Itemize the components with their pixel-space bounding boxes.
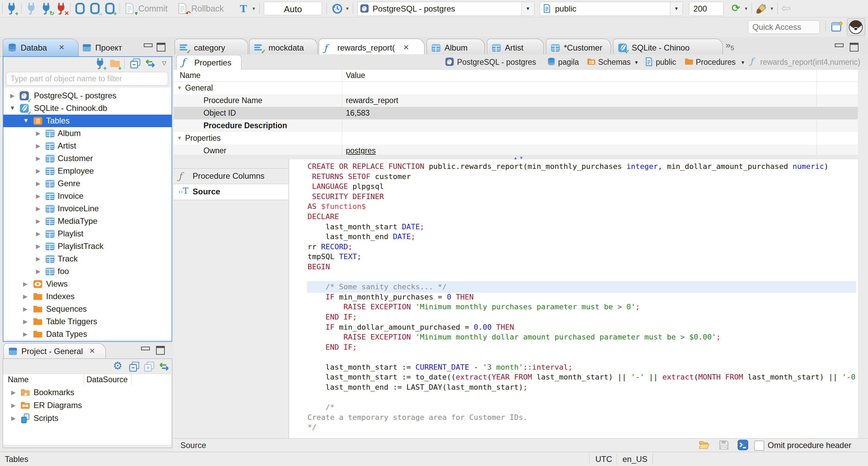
collapse-all-icon[interactable]: [129, 361, 140, 372]
code-line[interactable]: CREATE OR REPLACE FUNCTION public.reward…: [308, 161, 855, 172]
chevron-down-icon[interactable]: ▼: [744, 6, 748, 11]
tab-project-general[interactable]: Project - General ✕: [3, 343, 106, 359]
code-line[interactable]: last_month_start := CURRENT_DATE - '3 mo…: [308, 362, 855, 372]
timezone-label[interactable]: UTC: [595, 454, 612, 464]
chevron-right-icon[interactable]: ▶: [36, 130, 40, 137]
tree-item-table[interactable]: ▶Track: [3, 253, 172, 265]
chevron-down-icon[interactable]: ▼: [634, 60, 639, 65]
chevron-right-icon[interactable]: ▶: [36, 180, 40, 187]
chevron-down-icon[interactable]: ▼: [345, 6, 350, 11]
terminal-icon[interactable]: [737, 439, 749, 451]
chevron-right-icon[interactable]: ▶: [36, 243, 40, 250]
open-perspective-icon[interactable]: [831, 20, 844, 33]
code-line[interactable]: SECURITY DEFINER: [308, 192, 855, 202]
tree-item-sqlite-connection[interactable]: ▼ ✓ SQLite - Chinook.db: [3, 102, 172, 115]
link-with-editor-icon[interactable]: [158, 361, 170, 372]
code-line[interactable]: rr RECORD;: [308, 242, 855, 252]
tree-item-table[interactable]: ▶Artist: [3, 140, 172, 152]
tab-database-navigator[interactable]: Databa ✕: [3, 39, 79, 57]
code-line[interactable]: RAISE EXCEPTION 'Minimum monthly dollar …: [308, 332, 855, 342]
active-schema-combo[interactable]: public ▼: [540, 2, 683, 16]
code-line[interactable]: tmpSQL TEXT;: [308, 252, 855, 262]
maximize-icon[interactable]: [157, 43, 165, 50]
chevron-right-icon[interactable]: ▶: [23, 318, 27, 325]
property-value[interactable]: 16,583: [346, 109, 370, 118]
collapse-all-icon[interactable]: [130, 58, 141, 69]
code-line[interactable]: AS $function$: [308, 201, 855, 212]
tab-procedure-columns[interactable]: ƒ Procedure Columns: [174, 168, 289, 185]
breadcrumb-item-schema[interactable]: public: [656, 58, 676, 67]
breadcrumb-item-schemas[interactable]: Schemas: [598, 58, 631, 67]
property-row-selected[interactable]: Object ID 16,583: [174, 107, 864, 119]
close-icon[interactable]: ✕: [403, 43, 409, 52]
maximize-icon[interactable]: [850, 43, 859, 50]
chevron-down-icon[interactable]: ▼: [9, 105, 15, 112]
list-item-er-diagrams[interactable]: ▶ ER Diagrams: [3, 399, 171, 412]
tree-item-table[interactable]: ▶Playlist: [3, 228, 172, 240]
link-with-editor-icon[interactable]: [144, 58, 156, 69]
close-icon[interactable]: ✕: [89, 347, 95, 355]
rollback-icon[interactable]: ↶: [176, 2, 189, 15]
locale-label[interactable]: en_US: [623, 454, 647, 464]
tree-item-sequences[interactable]: ▶Sequences: [3, 303, 172, 315]
column-header-name[interactable]: Name: [8, 375, 28, 384]
chevron-right-icon[interactable]: ▶: [11, 389, 16, 396]
column-header-name[interactable]: Name: [180, 71, 200, 80]
tab-source[interactable]: ‹›T Source: [174, 184, 289, 200]
property-group-properties[interactable]: ▼ Properties: [174, 132, 864, 144]
code-line[interactable]: IF min_monthly_purchases = 0 THEN: [308, 292, 855, 302]
code-line[interactable]: RETURNS SETOF customer: [308, 172, 855, 182]
new-folder-icon[interactable]: ＋: [109, 58, 121, 69]
column-divider[interactable]: [131, 374, 132, 385]
code-line[interactable]: [308, 392, 855, 403]
tree-item-tables[interactable]: ▼ Tables: [3, 115, 172, 127]
sql-editor-button[interactable]: [74, 2, 86, 15]
tree-item-postgres-connection[interactable]: ▶ ✓ PostgreSQL - postgres: [3, 90, 172, 102]
chevron-right-icon[interactable]: ▶: [36, 218, 40, 225]
code-line[interactable]: END IF;: [308, 342, 855, 352]
breadcrumb-item-database[interactable]: pagila: [558, 58, 579, 67]
omit-procedure-header-checkbox[interactable]: [754, 441, 764, 451]
chevron-right-icon[interactable]: ▶: [36, 155, 40, 162]
commit-mode-combo[interactable]: Auto: [264, 2, 322, 15]
open-sql-script-button[interactable]: →: [89, 2, 101, 15]
minimize-icon[interactable]: [835, 43, 844, 50]
tree-item-data-types[interactable]: ▶Data Types: [3, 328, 172, 340]
tree-item-table[interactable]: ▶foo: [3, 265, 172, 278]
minimize-icon[interactable]: [144, 43, 153, 50]
back-arrow-icon[interactable]: ⇦: [781, 2, 793, 15]
property-row[interactable]: Procedure Name rewards_report: [174, 94, 864, 107]
source-code[interactable]: CREATE OR REPLACE FUNCTION public.reward…: [308, 161, 855, 432]
dbeaver-perspective-button[interactable]: [847, 18, 865, 36]
chevron-down-icon[interactable]: ▼: [23, 117, 29, 124]
open-file-icon[interactable]: [698, 439, 710, 451]
code-line[interactable]: */: [308, 422, 855, 432]
tree-item-table[interactable]: ▶Invoice: [3, 190, 172, 202]
tree-item-table[interactable]: ▶Customer: [3, 152, 172, 165]
chevron-right-icon[interactable]: ▶: [11, 415, 16, 422]
new-sql-editor-button[interactable]: ＋: [104, 2, 116, 15]
chevron-down-icon[interactable]: ▼: [177, 85, 182, 91]
transaction-log-icon[interactable]: [331, 2, 343, 15]
chevron-down-icon[interactable]: ▼: [252, 6, 256, 11]
connection-dropdown-button[interactable]: ▼: [521, 2, 534, 16]
tree-item-table[interactable]: ▶InvoiceLine: [3, 202, 172, 215]
code-line[interactable]: /* Some sanity checks... */: [308, 282, 855, 292]
code-line[interactable]: LANGUAGE plpgsql: [308, 181, 855, 192]
code-line[interactable]: [308, 272, 855, 282]
code-line[interactable]: /*: [308, 402, 855, 412]
chevron-right-icon[interactable]: ▶: [10, 92, 15, 99]
tab-properties[interactable]: ƒ Properties: [176, 55, 241, 70]
fetch-size-field[interactable]: 200: [689, 2, 724, 16]
new-connection-icon[interactable]: ＋: [94, 58, 106, 69]
expand-all-icon[interactable]: [143, 361, 155, 372]
breadcrumb-item-procedures[interactable]: Procedures: [696, 58, 736, 67]
chevron-right-icon[interactable]: ▶: [23, 280, 27, 288]
transaction-mode-icon[interactable]: T: [237, 2, 250, 15]
brush-icon[interactable]: [755, 2, 768, 15]
tree-item-table[interactable]: ▶Album: [3, 127, 172, 140]
column-header-value[interactable]: Value: [346, 71, 365, 80]
scrollbar-gutter[interactable]: [858, 70, 868, 438]
chevron-right-icon[interactable]: ▶: [36, 268, 40, 275]
tree-item-table[interactable]: ▶MediaType: [3, 215, 172, 228]
